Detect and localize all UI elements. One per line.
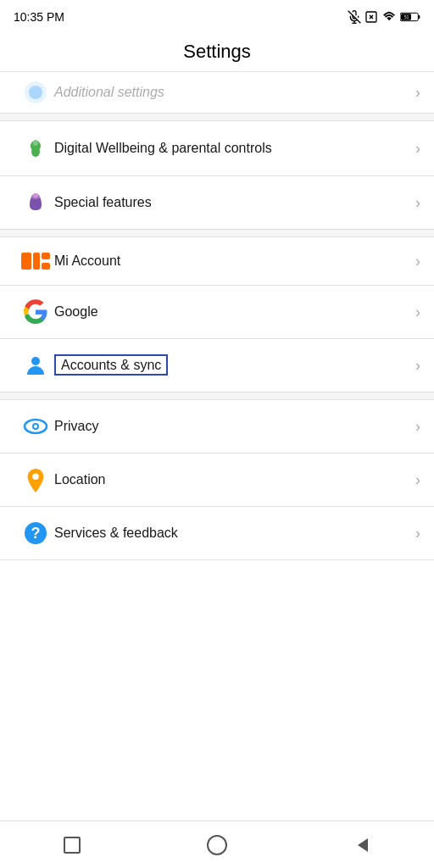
divider-12 [0,559,434,560]
sidebar-item-special-features[interactable]: Special features › [0,176,434,229]
location-icon [17,467,54,492]
nav-recents-button[interactable] [55,828,89,862]
mute-icon [348,10,361,24]
sidebar-item-privacy[interactable]: Privacy › [0,400,434,453]
section-divider-2 [0,230,434,236]
accounts-sync-label: Accounts & sync [54,357,409,375]
special-features-icon [17,190,54,215]
accounts-sync-chevron: › [415,357,420,375]
section-divider-3 [0,392,434,399]
additional-settings-icon [17,81,54,104]
sidebar-item-additional-settings[interactable]: Additional settings › [0,72,434,113]
location-chevron: › [415,471,420,489]
svg-marker-30 [358,838,368,852]
accounts-sync-highlighted-text: Accounts & sync [54,354,168,376]
svg-point-12 [33,141,38,146]
svg-point-13 [31,147,40,157]
back-icon [353,836,371,854]
wifi-icon [381,10,397,24]
svg-point-24 [34,425,37,428]
svg-text:?: ? [31,525,41,542]
sidebar-item-google[interactable]: Google › [0,286,434,338]
section-divider-1 [0,114,434,120]
battery-icon: 51 [400,11,420,23]
sidebar-item-mi-account[interactable]: Mi Account › [0,237,434,285]
google-label: Google [54,303,409,321]
sidebar-item-services-feedback[interactable]: ? Services & feedback › [0,507,434,559]
recents-icon [63,836,81,854]
nav-home-button[interactable] [200,828,234,862]
mi-account-chevron: › [415,253,420,270]
services-feedback-label: Services & feedback [54,525,409,542]
additional-settings-chevron: › [415,84,420,102]
nav-back-button[interactable] [345,828,379,862]
svg-rect-19 [42,253,50,259]
svg-text:51: 51 [404,14,409,19]
svg-point-29 [208,836,226,854]
special-features-label: Special features [54,194,409,212]
google-icon [17,299,54,325]
sidebar-item-accounts-sync[interactable]: Accounts & sync › [0,339,434,392]
special-features-chevron: › [415,194,420,212]
digital-wellbeing-label: Digital Wellbeing & parental controls [54,140,409,158]
google-chevron: › [415,303,420,321]
services-feedback-icon: ? [17,520,54,546]
page-title: Settings [0,31,434,71]
sidebar-item-location[interactable]: Location › [0,453,434,506]
svg-rect-16 [33,193,38,198]
svg-point-25 [32,474,39,481]
status-bar: 10:35 PM 51 [0,0,434,31]
digital-wellbeing-chevron: › [415,140,420,158]
additional-settings-label: Additional settings [54,84,409,102]
home-icon [206,834,228,856]
mi-account-label: Mi Account [54,253,409,270]
status-time: 10:35 PM [14,10,64,24]
digital-wellbeing-icon [17,135,54,162]
privacy-icon [17,414,54,439]
accounts-sync-icon [17,353,54,378]
svg-rect-17 [21,253,31,270]
svg-rect-28 [64,837,80,853]
svg-rect-18 [33,253,40,270]
sim-icon [364,10,378,24]
svg-rect-7 [418,15,420,19]
status-icons: 51 [348,10,420,24]
svg-point-21 [31,357,40,365]
location-label: Location [54,471,409,489]
svg-point-11 [29,86,42,99]
bottom-nav [0,821,434,868]
mi-account-icon [17,251,54,271]
svg-rect-20 [42,263,50,270]
privacy-label: Privacy [54,418,409,436]
privacy-chevron: › [415,418,420,436]
sidebar-item-digital-wellbeing[interactable]: Digital Wellbeing & parental controls › [0,121,434,175]
services-feedback-chevron: › [415,525,420,542]
